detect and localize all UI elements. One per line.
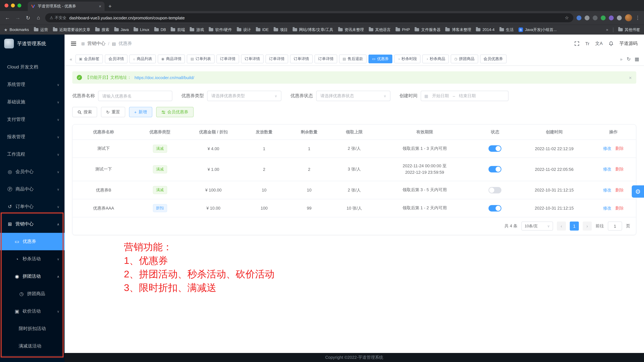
page-tab[interactable]: 订单详情 (241, 55, 264, 63)
home-icon[interactable]: ⌂ (35, 15, 42, 21)
bell-icon[interactable] (608, 41, 614, 46)
sidebar-menu-item[interactable]: Ⓟ 商品中心 (0, 181, 64, 198)
sidebar-menu-item[interactable]: ↺ 订单中心 (0, 198, 64, 215)
edit-link[interactable]: 修改 (603, 187, 612, 192)
edit-link[interactable]: 修改 (603, 146, 612, 151)
extension-icon[interactable] (601, 15, 606, 20)
search-button[interactable]: 搜索 (72, 107, 97, 117)
page-tab[interactable]: 订单详情 (216, 55, 239, 63)
sidebar-menu-item[interactable]: 限时折扣活动 (0, 320, 64, 337)
sidebar-menu-item[interactable]: ▣ 砍价活动 (0, 302, 64, 320)
page-tab[interactable]: ◷ 拼团商品 (451, 55, 478, 63)
bookmark-item[interactable]: 生活 (500, 27, 514, 33)
settings-gear-button[interactable]: ⚙ (632, 185, 644, 198)
coupon-status-select[interactable]: 请选择优惠券状态 ∨ (316, 91, 390, 101)
tabs-panel-icon[interactable]: ▦ (634, 56, 640, 62)
sidebar-menu-item[interactable]: ▭ 优惠券 (0, 233, 64, 250)
coupon-type-select[interactable]: 请选择优惠券类型 ∨ (207, 91, 281, 101)
bookmark-item[interactable]: 资讯未整理 (338, 27, 364, 33)
bookmark-item[interactable]: 软件/硬件 (209, 27, 232, 33)
sidebar-menu-item[interactable]: 报表管理 (0, 128, 64, 146)
extension-icon[interactable] (576, 15, 582, 20)
page-tab[interactable]: ▭ 优惠券 (368, 55, 392, 63)
other-bookmarks[interactable]: 其他书签 (618, 27, 640, 33)
delete-link[interactable]: 删除 (615, 206, 624, 210)
browser-menu-icon[interactable]: ⋮ (635, 15, 640, 21)
status-toggle[interactable] (489, 205, 502, 211)
bookmark-item[interactable]: 其他语言 (369, 27, 391, 33)
tabs-scroll-right-icon[interactable]: » (619, 56, 624, 62)
page-tab[interactable]: ▣ 会员标签 (76, 55, 103, 63)
doc-link[interactable]: https://doc.iocoder.cn/mall/build/ (134, 75, 194, 80)
app-logo[interactable]: 芋道管理系统 (0, 35, 64, 53)
forward-icon[interactable]: → (14, 15, 21, 21)
status-toggle[interactable] (489, 166, 502, 173)
profile-avatar[interactable] (625, 14, 632, 21)
extension-icon[interactable] (585, 15, 590, 20)
bookmark-star-icon[interactable]: ☆ (565, 15, 569, 20)
bookmarks-root[interactable]: ★Bookmarks (4, 27, 29, 32)
sidebar-menu-item[interactable]: 满减送活动 (0, 337, 64, 355)
coupon-name-input[interactable] (98, 91, 172, 101)
language-icon[interactable]: 文A (595, 41, 603, 47)
sidebar-menu-item[interactable]: ◔ 秒杀活动 (0, 250, 64, 268)
bookmark-item[interactable]: 网站/博客/文章/工具 (293, 27, 333, 33)
bookmark-item[interactable]: 项目 (274, 27, 288, 33)
sidebar-menu-item[interactable]: ◷ 拼团商品 (0, 285, 64, 302)
refresh-page-icon[interactable]: ↻ (626, 56, 632, 62)
address-bar[interactable]: ⚠不安全 dashboard-vue3.yudao.iocoder.cn/pro… (45, 13, 573, 22)
page-tab[interactable]: ◔ 秒杀时段 (394, 55, 420, 63)
bookmark-item[interactable]: PHP (396, 28, 410, 32)
font-size-icon[interactable]: Tr (585, 41, 589, 46)
sidebar-menu-item[interactable]: 工作流程 (0, 146, 64, 163)
page-tab[interactable]: 订单详情 (266, 55, 288, 63)
page-tab[interactable]: ▤ 售后退款 (339, 55, 367, 63)
bookmark-item[interactable]: IDE (256, 28, 269, 32)
extension-icon[interactable] (609, 15, 614, 20)
zoom-window-button[interactable] (18, 4, 21, 8)
bookmark-item[interactable]: 文件服务器 (415, 27, 440, 33)
sidebar-menu-item[interactable]: ◉ 拼团活动 (0, 268, 64, 285)
bookmark-item[interactable]: 前端 (171, 27, 185, 33)
bookmark-item[interactable]: Java开发|小组首... (518, 27, 557, 33)
sidebar-menu-item[interactable]: ◎ 会员中心 (0, 163, 64, 181)
sidebar-menu-item[interactable]: 系统管理 (0, 76, 64, 93)
tabs-scroll-left-icon[interactable]: « (68, 56, 74, 62)
page-tab[interactable]: ◉ 商品详情 (158, 55, 185, 63)
username[interactable]: 芋道源码 (620, 41, 638, 47)
browser-tab[interactable]: 芋道管理系统 - 优惠券 × (28, 2, 104, 11)
edit-link[interactable]: 修改 (603, 167, 612, 172)
sidebar-menu-item[interactable]: ⊞ 营销中心 (0, 215, 64, 233)
bookmark-item[interactable]: 游戏 (190, 27, 204, 33)
delete-link[interactable]: 删除 (615, 167, 624, 172)
page-number-button[interactable]: 1 (570, 221, 579, 231)
bookmarks-overflow-icon[interactable]: » (606, 28, 608, 32)
reset-button[interactable]: ↻ 重置 (101, 107, 125, 117)
page-tab[interactable]: 会员优惠券 (480, 55, 506, 63)
new-tab-button[interactable]: + (108, 3, 112, 10)
minimize-window-button[interactable] (11, 4, 15, 8)
back-icon[interactable]: ← (4, 15, 11, 21)
next-page-button[interactable]: › (583, 221, 592, 231)
bookmark-item[interactable]: 运营 (34, 27, 48, 33)
bookmark-item[interactable]: DB (154, 28, 166, 32)
sidebar-menu-item[interactable]: Cloud 开发文档 (0, 59, 64, 76)
page-tab[interactable]: 会员详情 (105, 55, 128, 63)
reload-icon[interactable]: ↻ (24, 15, 32, 21)
extension-icon[interactable] (617, 15, 622, 20)
collapse-menu-icon[interactable] (71, 42, 76, 46)
sidebar-menu-item[interactable]: 支付管理 (0, 111, 64, 128)
delete-link[interactable]: 删除 (615, 187, 624, 192)
security-status[interactable]: ⚠不安全 (50, 15, 66, 21)
member-coupon-button[interactable]: 会员优惠券 (156, 107, 194, 117)
bookmark-item[interactable]: 博客未整理 (446, 27, 471, 33)
close-icon[interactable]: × (629, 75, 632, 80)
bookmark-item[interactable]: Java (114, 28, 129, 32)
page-tab[interactable]: ○ 商品列表 (130, 55, 156, 63)
tab-close-icon[interactable]: × (99, 4, 101, 9)
page-tab[interactable]: ▤ 订单列表 (187, 55, 214, 63)
fullscreen-icon[interactable] (574, 41, 580, 46)
add-button[interactable]: + 新增 (129, 107, 152, 117)
sidebar-menu-item[interactable]: 基础设施 (0, 93, 64, 111)
breadcrumb-root[interactable]: 营销中心 (88, 41, 106, 47)
